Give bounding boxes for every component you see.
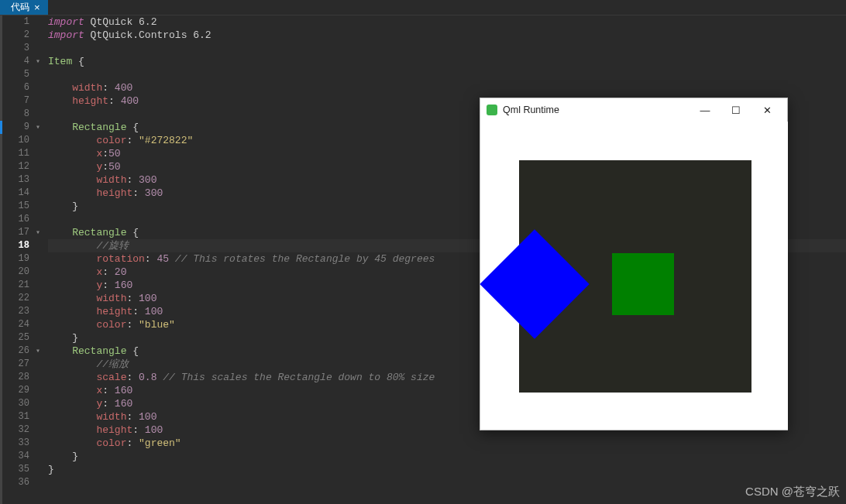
close-button[interactable]: ✕ — [751, 105, 782, 116]
rect-green — [612, 253, 674, 315]
tab-code[interactable]: 代码 × — [0, 0, 48, 15]
modified-gutter — [0, 15, 2, 504]
tab-label: 代码 — [11, 1, 29, 14]
fold-gutter: ▾▾▾▾ — [36, 15, 43, 504]
titlebar[interactable]: Qml Runtime — ☐ ✕ — [480, 98, 787, 122]
qml-runtime-window[interactable]: Qml Runtime — ☐ ✕ — [480, 98, 788, 430]
maximize-button[interactable]: ☐ — [720, 105, 751, 116]
line-gutter: 1234567891011121314151617181920212223242… — [0, 15, 36, 504]
watermark: CSDN @苍穹之跃 — [745, 485, 840, 499]
app-icon — [487, 105, 497, 115]
tab-bar: 代码 × — [0, 0, 846, 15]
minimize-button[interactable]: — — [690, 105, 720, 116]
qml-canvas — [480, 122, 788, 430]
close-icon[interactable]: × — [34, 2, 40, 12]
window-title: Qml Runtime — [503, 105, 690, 115]
change-marker — [0, 121, 2, 134]
